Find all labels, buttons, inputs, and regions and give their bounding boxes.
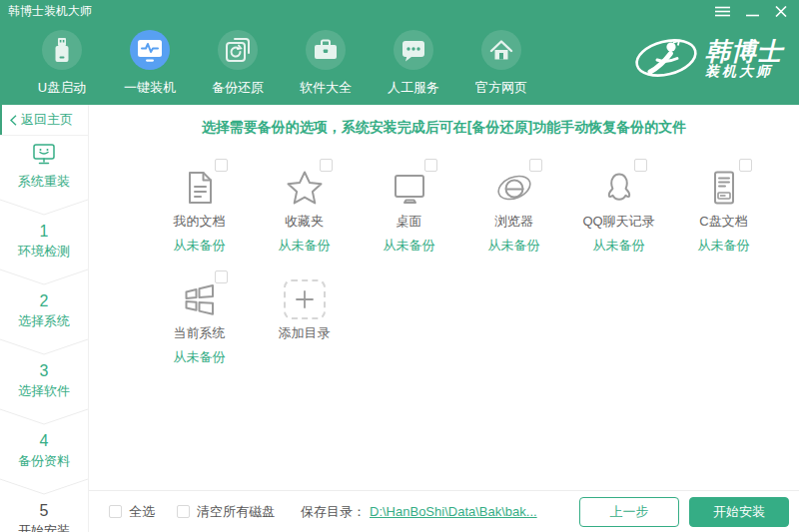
brand-text: 韩博士 装机大师 — [705, 38, 783, 79]
backup-item-desktop[interactable]: 桌面 从未备份 — [357, 159, 461, 251]
backup-item-my-documents[interactable]: 我的文档 从未备份 — [147, 159, 252, 251]
home-icon — [481, 30, 521, 70]
desktop-icon — [390, 168, 429, 208]
sidebar-section-label: 系统重装 — [0, 173, 88, 191]
backup-item-label: 当前系统 — [147, 324, 252, 342]
backup-item-label: 浏览器 — [461, 213, 566, 231]
nav-label: 官方网页 — [475, 79, 527, 97]
backup-item-label: QQ聊天记录 — [566, 213, 671, 231]
briefcase-icon — [306, 30, 346, 70]
brand-globe-icon — [633, 34, 699, 82]
chat-bubble-icon — [394, 30, 433, 70]
start-install-button[interactable]: 开始安装 — [689, 497, 789, 527]
backup-status: 从未备份 — [461, 237, 566, 255]
nav-item-support[interactable]: 人工服务 — [370, 30, 457, 97]
footer-buttons: 上一步 开始安装 — [579, 497, 789, 527]
backup-item-qq-chat[interactable]: QQ聊天记录 从未备份 — [566, 159, 671, 251]
app-window: 韩博士装机大师 — [0, 0, 799, 532]
document-icon — [180, 168, 220, 208]
brand-subtitle: 装机大师 — [705, 64, 783, 79]
backup-item-checkbox[interactable] — [529, 159, 542, 172]
brand-logo: 韩博士 装机大师 — [633, 34, 783, 82]
backup-status: 从未备份 — [357, 237, 461, 255]
add-plus-icon — [284, 279, 326, 319]
monitor-pulse-icon — [130, 30, 170, 70]
step-1-env-check: 1 环境检测 — [0, 223, 88, 261]
backup-status: 从未备份 — [252, 237, 357, 255]
backup-restore-icon — [218, 30, 258, 70]
qq-penguin-icon — [599, 168, 639, 208]
previous-step-button[interactable]: 上一步 — [579, 497, 679, 527]
sidebar: 返回主页 系统重装 1 环境检测 — [0, 105, 89, 532]
brand-name: 韩博士 — [705, 38, 783, 64]
step-divider-chevron — [0, 478, 88, 496]
step-divider-chevron — [0, 408, 88, 426]
backup-item-label: 我的文档 — [147, 213, 252, 231]
main-panel: 选择需要备份的选项，系统安装完成后可在[备份还原]功能手动恢复备份的文件 我 — [89, 105, 799, 532]
backup-item-label: 收藏夹 — [252, 213, 357, 231]
backup-status: 从未备份 — [671, 237, 776, 255]
checkbox-box[interactable] — [109, 505, 122, 518]
backup-item-checkbox[interactable] — [215, 159, 228, 172]
backup-item-checkbox[interactable] — [634, 159, 647, 172]
step-3-choose-software: 3 选择软件 — [0, 362, 88, 400]
backup-status: 从未备份 — [566, 237, 671, 255]
backup-item-checkbox[interactable] — [424, 159, 437, 172]
backup-item-checkbox[interactable] — [739, 159, 752, 172]
header: 韩博士装机大师 — [0, 0, 799, 105]
clear-disks-label: 清空所有磁盘 — [197, 503, 275, 521]
menu-icon[interactable] — [715, 6, 730, 17]
nav-item-software-collection[interactable]: 软件大全 — [282, 30, 370, 97]
select-all-label: 全选 — [129, 503, 155, 521]
page-title: 选择需要备份的选项，系统安装完成后可在[备份还原]功能手动恢复备份的文件 — [89, 119, 799, 137]
nav-item-usb-boot[interactable]: U盘启动 — [18, 30, 106, 97]
backup-item-checkbox[interactable] — [320, 159, 333, 172]
back-home-label: 返回主页 — [21, 111, 73, 129]
nav-label: 软件大全 — [300, 79, 352, 97]
nav-item-one-click-install[interactable]: 一键装机 — [106, 30, 194, 97]
backup-item-favorites[interactable]: 收藏夹 从未备份 — [252, 159, 357, 251]
backup-item-label: 添加目录 — [252, 324, 357, 342]
monitor-smiley-icon — [31, 143, 57, 167]
minimize-icon[interactable] — [746, 6, 759, 17]
body: 返回主页 系统重装 1 环境检测 — [0, 105, 799, 532]
backup-item-c-drive-docs[interactable]: C盘文档 从未备份 — [671, 159, 776, 251]
backup-item-checkbox[interactable] — [215, 270, 228, 283]
c-drive-doc-icon — [704, 168, 744, 208]
star-icon — [285, 168, 325, 208]
backup-status: 从未备份 — [147, 237, 252, 255]
step-divider-chevron — [0, 199, 88, 217]
close-icon[interactable] — [775, 6, 787, 17]
backup-status: 从未备份 — [147, 348, 252, 366]
backup-item-current-system[interactable]: 当前系统 从未备份 — [147, 270, 252, 362]
backup-item-label: 桌面 — [357, 213, 461, 231]
backup-item-label: C盘文档 — [671, 213, 776, 231]
backup-items-grid: 我的文档 从未备份 收藏夹 从未备份 — [147, 159, 799, 362]
back-home-button[interactable]: 返回主页 — [0, 105, 88, 135]
step-4-backup-data: 4 备份资料 — [0, 432, 88, 470]
step-5-start-install: 5 开始安装 — [0, 502, 88, 532]
nav-label: 人工服务 — [388, 79, 439, 97]
window-title: 韩博士装机大师 — [8, 3, 92, 20]
nav-label: U盘启动 — [38, 79, 86, 97]
usb-icon — [42, 30, 82, 70]
save-dir-label: 保存目录： — [301, 503, 366, 521]
window-controls — [715, 6, 787, 17]
nav-item-official-site[interactable]: 官方网页 — [457, 30, 545, 97]
back-chevron-icon — [10, 115, 17, 126]
windows-icon — [180, 279, 220, 319]
nav-label: 备份还原 — [212, 79, 264, 97]
titlebar: 韩博士装机大师 — [0, 0, 799, 22]
nav-item-backup-restore[interactable]: 备份还原 — [194, 30, 282, 97]
clear-all-disks-checkbox[interactable]: 清空所有磁盘 — [177, 503, 275, 521]
select-all-checkbox[interactable]: 全选 — [109, 503, 155, 521]
save-dir-path-link[interactable]: D:\HanBoShi\Data\Bak\bak... — [370, 504, 537, 519]
backup-item-browser[interactable]: 浏览器 从未备份 — [461, 159, 566, 251]
sidebar-section-reinstall: 系统重装 — [0, 136, 88, 191]
checkbox-box[interactable] — [177, 505, 190, 518]
step-divider-chevron — [0, 268, 88, 286]
add-directory-button[interactable]: 添加目录 — [252, 270, 357, 362]
footer-bar: 全选 清空所有磁盘 保存目录： D:\HanBoShi\Data\Bak\bak… — [89, 490, 799, 532]
main-nav: U盘启动 一键装机 — [0, 22, 799, 97]
ie-browser-icon — [494, 168, 534, 208]
